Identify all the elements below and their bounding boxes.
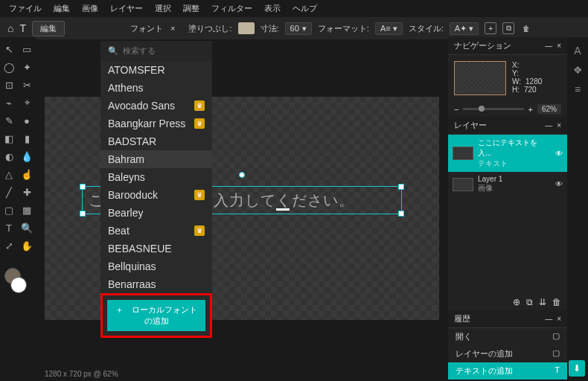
erase-tool[interactable]: ◧ xyxy=(0,129,18,147)
zoom-in-icon[interactable]: + xyxy=(528,105,533,114)
font-panel: 🔍 検索する ATOMSFERAtthensAvocado Sans♛Baang… xyxy=(100,41,212,338)
layers-panel-icon[interactable]: ❖ xyxy=(573,64,583,76)
history-item[interactable]: 開く▢ xyxy=(448,328,567,345)
zoom-value[interactable]: 62% xyxy=(537,104,561,114)
adjust-panel-icon[interactable]: ≡ xyxy=(575,83,581,95)
add-layer-icon[interactable]: ⊕ xyxy=(513,297,520,307)
menu-画像[interactable]: 画像 xyxy=(82,3,98,14)
visibility-icon[interactable]: 👁 xyxy=(555,150,563,158)
minimize-icon[interactable]: — xyxy=(545,121,552,129)
layer-item[interactable]: ここにテキストを入...テキスト👁 xyxy=(448,135,567,172)
font-item[interactable]: BEBASNEUE xyxy=(100,240,212,257)
menu-フィルター[interactable]: フィルター xyxy=(211,3,252,14)
text-panel-icon[interactable]: A xyxy=(574,45,581,57)
layer-list: ここにテキストを入...テキスト👁Layer 1画像👁 xyxy=(448,135,567,196)
font-search[interactable]: 🔍 検索する xyxy=(100,41,212,61)
handle-tl[interactable] xyxy=(80,184,86,190)
wand-tool[interactable]: ✦ xyxy=(18,58,36,76)
clone-tool[interactable]: ⌖ xyxy=(18,94,36,112)
fill-tool[interactable]: ▮ xyxy=(18,129,36,147)
menu-編集[interactable]: 編集 xyxy=(54,3,70,14)
font-item[interactable]: Benarraas xyxy=(100,275,212,293)
nav-header: ナビゲーション —× xyxy=(448,37,567,55)
liquify-tool[interactable]: ⌁ xyxy=(0,94,18,112)
font-item[interactable]: Bearley xyxy=(100,204,212,222)
history-item[interactable]: レイヤーの追加▢ xyxy=(448,345,567,362)
font-item[interactable]: BADSTAR xyxy=(100,132,212,150)
font-item[interactable]: Baangkarr Press♛ xyxy=(100,115,212,132)
close-icon[interactable]: × xyxy=(170,24,175,33)
size-select[interactable]: 60▾ xyxy=(285,22,312,35)
style-select[interactable]: A✦ ▾ xyxy=(450,22,479,35)
layer-item[interactable]: Layer 1画像👁 xyxy=(448,172,567,196)
blur-tool[interactable]: 💧 xyxy=(18,147,36,165)
hand-tool[interactable]: ✋ xyxy=(18,237,36,254)
menu-ヘルプ[interactable]: ヘルプ xyxy=(293,3,317,14)
font-item[interactable]: Atthens xyxy=(100,79,212,97)
menu-レイヤー[interactable]: レイヤー xyxy=(110,3,143,14)
move-tool[interactable]: ↖ xyxy=(0,40,18,58)
cut-tool[interactable]: ✂ xyxy=(18,76,36,94)
handle-br[interactable] xyxy=(398,211,404,217)
copy-icon[interactable]: ⧉ xyxy=(502,22,514,34)
crop-tool[interactable]: ⊡ xyxy=(0,76,18,94)
duplicate-layer-icon[interactable]: ⧉ xyxy=(526,297,533,307)
fill-swatch[interactable] xyxy=(238,22,255,34)
zoom-out-icon[interactable]: − xyxy=(454,105,458,114)
text-tool[interactable]: T xyxy=(0,219,18,237)
lasso-tool[interactable]: ◯ xyxy=(0,58,18,76)
minimize-icon[interactable]: — xyxy=(545,42,552,50)
marker-tool[interactable]: ● xyxy=(18,112,36,129)
handle-tr[interactable] xyxy=(398,184,404,190)
edit-button[interactable]: 編集 xyxy=(32,21,65,36)
shape-tool[interactable]: ▢ xyxy=(0,201,18,219)
visibility-icon[interactable]: 👁 xyxy=(555,180,563,188)
font-list[interactable]: ATOMSFERAtthensAvocado Sans♛Baangkarr Pr… xyxy=(100,61,212,293)
smudge-tool[interactable]: ☝ xyxy=(18,165,36,183)
zoom-slider[interactable]: − + 62% xyxy=(448,101,567,117)
color-swatches[interactable] xyxy=(4,268,27,293)
font-item[interactable]: Beat♛ xyxy=(100,222,212,240)
menu-表示[interactable]: 表示 xyxy=(264,3,281,14)
download-button[interactable]: ⬇ xyxy=(569,360,585,377)
close-icon[interactable]: × xyxy=(557,121,561,129)
layers-title: レイヤー xyxy=(454,120,487,131)
font-tab[interactable]: フォント × xyxy=(130,23,175,34)
close-icon[interactable]: × xyxy=(557,315,561,323)
add-local-font-button[interactable]: ＋ ローカルフォントの追加 xyxy=(107,300,205,331)
font-item[interactable]: Bellquinas xyxy=(100,257,212,275)
font-item[interactable]: Barooduck♛ xyxy=(100,186,212,204)
handle-rotate[interactable] xyxy=(239,172,245,178)
eyedropper-tool[interactable]: ⤢ xyxy=(0,237,18,254)
merge-layer-icon[interactable]: ⇊ xyxy=(539,297,546,307)
layers-header: レイヤー —× xyxy=(448,117,567,135)
menu-ファイル[interactable]: ファイル xyxy=(9,3,42,14)
close-icon[interactable]: × xyxy=(557,42,561,50)
marquee-tool[interactable]: ▭ xyxy=(18,40,36,58)
format-select[interactable]: A≡ ▾ xyxy=(375,22,403,35)
brush-tool[interactable]: ╱ xyxy=(0,183,18,201)
font-item[interactable]: Bahram xyxy=(100,150,212,168)
add-icon[interactable]: + xyxy=(485,22,496,34)
text-tool-icon[interactable]: T xyxy=(19,22,26,34)
minimize-icon[interactable]: — xyxy=(545,315,552,323)
font-item[interactable]: Baleyns xyxy=(100,168,212,186)
font-item[interactable]: Avocado Sans♛ xyxy=(100,97,212,115)
zoom-tool[interactable]: 🔍 xyxy=(18,219,36,237)
home-icon[interactable]: ⌂ xyxy=(7,22,13,34)
font-item[interactable]: ATOMSFER xyxy=(100,61,212,79)
menu-調整[interactable]: 調整 xyxy=(183,3,199,14)
heal-tool[interactable]: ✚ xyxy=(18,183,36,201)
background-color[interactable] xyxy=(10,277,27,293)
nav-thumbnail[interactable] xyxy=(454,61,506,95)
pen-tool[interactable]: ✎ xyxy=(0,112,18,129)
sharpen-tool[interactable]: △ xyxy=(0,165,18,183)
gradient-tool[interactable]: ◐ xyxy=(0,147,18,165)
handle-bl[interactable] xyxy=(80,211,86,217)
trash-icon[interactable]: 🗑 xyxy=(520,22,532,34)
menu-選択[interactable]: 選択 xyxy=(155,3,171,14)
history-item[interactable]: テキストの追加T xyxy=(448,362,567,380)
delete-layer-icon[interactable]: 🗑 xyxy=(552,297,561,307)
text-caret xyxy=(276,208,290,211)
frame-tool[interactable]: ▦ xyxy=(18,201,36,219)
